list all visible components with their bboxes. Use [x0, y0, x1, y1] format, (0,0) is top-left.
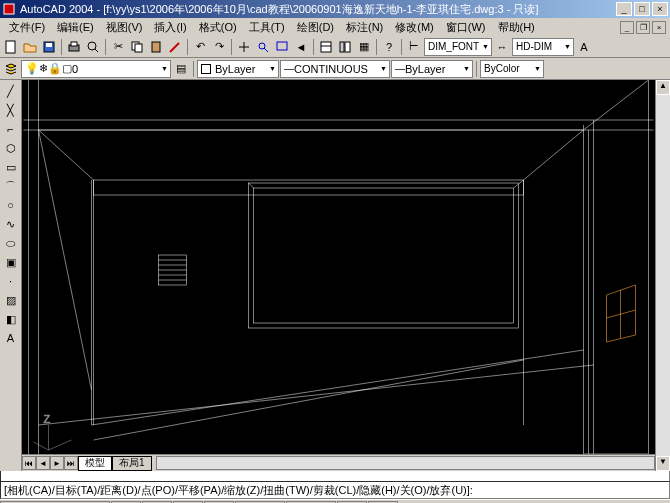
dcenter-icon[interactable] [336, 38, 354, 56]
svg-rect-0 [4, 4, 14, 14]
tab-prev-button[interactable]: ◄ [36, 456, 50, 470]
layer-combo[interactable]: 💡❄🔒▢ 0 [21, 60, 171, 78]
properties-toolbar: 💡❄🔒▢ 0 ▤ ByLayer — CONTINUOUS — ByLayer … [0, 58, 670, 80]
text-icon[interactable]: A [575, 38, 593, 56]
plot-color-combo[interactable]: ByColor [480, 60, 544, 78]
svg-rect-14 [321, 42, 331, 52]
open-icon[interactable] [21, 38, 39, 56]
dim-icon[interactable]: ⊢ [405, 38, 423, 56]
save-icon[interactable] [40, 38, 58, 56]
layer-prev-icon[interactable]: ▤ [172, 60, 190, 78]
region-icon[interactable]: ◧ [2, 310, 20, 328]
dim-update-icon[interactable]: ↔ [493, 38, 511, 56]
linetype-combo[interactable]: — CONTINUOUS [280, 60, 390, 78]
layer-mgr-icon[interactable] [2, 60, 20, 78]
dimstyle-combo[interactable]: DIM_FONT [424, 38, 492, 56]
command-history [0, 471, 670, 481]
standard-toolbar: ✂ ↶ ↷ ◄ ▦ ? ⊢ DIM_FONT ↔ HD-DIM A [0, 36, 670, 58]
svg-line-53 [34, 442, 49, 450]
help-icon[interactable]: ? [380, 38, 398, 56]
h-scrollbar[interactable] [156, 456, 655, 470]
svg-rect-5 [71, 42, 77, 46]
svg-rect-32 [249, 183, 519, 328]
lineweight-combo[interactable]: — ByLayer [391, 60, 473, 78]
new-icon[interactable] [2, 38, 20, 56]
color-combo[interactable]: ByLayer [197, 60, 279, 78]
svg-rect-16 [340, 42, 344, 52]
menu-draw[interactable]: 绘图(D) [292, 20, 339, 35]
svg-line-39 [94, 360, 524, 440]
paste-icon[interactable] [147, 38, 165, 56]
scroll-up-button[interactable]: ▲ [656, 80, 670, 95]
properties-icon[interactable] [317, 38, 335, 56]
svg-line-27 [524, 130, 584, 180]
doc-minimize-button[interactable]: _ [620, 21, 634, 34]
tab-model[interactable]: 模型 [78, 456, 112, 471]
color-value: ByLayer [215, 63, 255, 75]
maximize-button[interactable]: □ [634, 2, 650, 16]
menu-file[interactable]: 文件(F) [4, 20, 50, 35]
point-icon[interactable]: · [2, 272, 20, 290]
pan-icon[interactable] [235, 38, 253, 56]
drawing-canvas[interactable]: Z [22, 80, 655, 454]
svg-line-50 [607, 310, 636, 318]
svg-line-38 [92, 350, 584, 425]
arc-icon[interactable]: ⌒ [2, 177, 20, 195]
svg-line-35 [39, 130, 92, 390]
window-title: AutoCAD 2004 - [f:\yy\ys1\2006年\2006年10月… [20, 2, 616, 17]
copy-icon[interactable] [128, 38, 146, 56]
zoom-rt-icon[interactable] [254, 38, 272, 56]
match-icon[interactable] [166, 38, 184, 56]
zoom-win-icon[interactable] [273, 38, 291, 56]
spline-icon[interactable]: ∿ [2, 215, 20, 233]
menu-dim[interactable]: 标注(N) [341, 20, 388, 35]
menu-format[interactable]: 格式(O) [194, 20, 242, 35]
hatch-icon[interactable]: ▨ [2, 291, 20, 309]
tab-first-button[interactable]: ⏮ [22, 456, 36, 470]
doc-restore-button[interactable]: ❐ [636, 21, 650, 34]
menu-insert[interactable]: 插入(I) [149, 20, 191, 35]
menu-bar: 文件(F) 编辑(E) 视图(V) 插入(I) 格式(O) 工具(T) 绘图(D… [0, 18, 670, 36]
svg-rect-28 [94, 180, 524, 195]
circle-icon[interactable]: ○ [2, 196, 20, 214]
tab-layout1[interactable]: 布局1 [112, 456, 152, 471]
menu-view[interactable]: 视图(V) [101, 20, 148, 35]
svg-rect-3 [46, 43, 52, 47]
ellipse-icon[interactable]: ⬭ [2, 234, 20, 252]
rect-icon[interactable]: ▭ [2, 158, 20, 176]
svg-line-26 [39, 130, 94, 180]
preview-icon[interactable] [84, 38, 102, 56]
menu-tools[interactable]: 工具(T) [244, 20, 290, 35]
cut-icon[interactable]: ✂ [109, 38, 127, 56]
lineweight-value: ByLayer [405, 63, 445, 75]
textstyle-combo[interactable]: HD-DIM [512, 38, 574, 56]
zoom-prev-icon[interactable]: ◄ [292, 38, 310, 56]
svg-line-7 [95, 49, 98, 52]
menu-help[interactable]: 帮助(H) [493, 20, 540, 35]
scroll-down-button[interactable]: ▼ [656, 456, 670, 471]
v-scrollbar[interactable]: ▲ ▼ [655, 80, 670, 471]
block-icon[interactable]: ▣ [2, 253, 20, 271]
tab-next-button[interactable]: ► [50, 456, 64, 470]
tab-last-button[interactable]: ⏭ [64, 456, 78, 470]
layout-tabbar: ⏮ ◄ ► ⏭ 模型 布局1 [22, 454, 655, 471]
menu-edit[interactable]: 编辑(E) [52, 20, 99, 35]
xline-icon[interactable]: ╳ [2, 101, 20, 119]
pline-icon[interactable]: ⌐ [2, 120, 20, 138]
svg-line-52 [49, 440, 72, 450]
command-line[interactable]: [相机(CA)/目标(TA)/距离(D)/点(PO)/平移(PA)/缩放(Z)/… [0, 481, 670, 499]
redo-icon[interactable]: ↷ [210, 38, 228, 56]
minimize-button[interactable]: _ [616, 2, 632, 16]
ucs-z-label: Z [44, 413, 51, 425]
tpalette-icon[interactable]: ▦ [355, 38, 373, 56]
doc-close-button[interactable]: × [652, 21, 666, 34]
line-icon[interactable]: ╱ [2, 82, 20, 100]
mtext-icon[interactable]: A [2, 329, 20, 347]
print-icon[interactable] [65, 38, 83, 56]
close-button[interactable]: × [652, 2, 668, 16]
menu-window[interactable]: 窗口(W) [441, 20, 491, 35]
svg-rect-31 [254, 188, 514, 323]
undo-icon[interactable]: ↶ [191, 38, 209, 56]
menu-modify[interactable]: 修改(M) [390, 20, 439, 35]
polygon-icon[interactable]: ⬡ [2, 139, 20, 157]
